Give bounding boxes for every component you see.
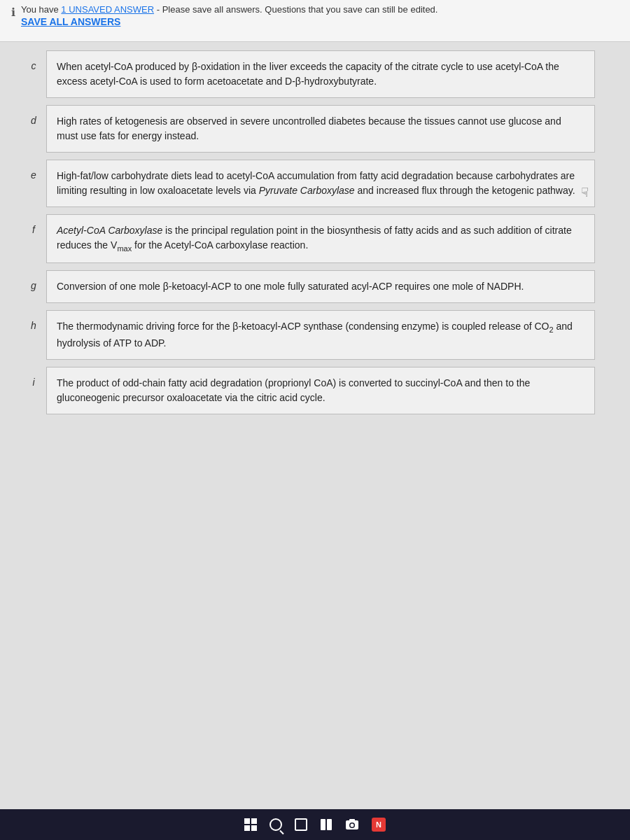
svg-point-5 — [351, 824, 354, 827]
right-spacer-e — [595, 160, 609, 207]
question-label-e: e — [21, 160, 46, 207]
question-row-g: g Conversion of one mole β-ketoacyl-ACP … — [21, 270, 609, 303]
svg-rect-6 — [349, 819, 355, 821]
question-label-i: i — [21, 367, 46, 414]
question-label-d: d — [21, 105, 46, 153]
svg-rect-1 — [321, 819, 326, 830]
italic-acetyl-coa-carboxylase: Acetyl-CoA Carboxylase — [57, 225, 162, 236]
right-spacer-h — [595, 310, 609, 359]
notification-prefix: You have — [21, 4, 61, 15]
unsaved-answer-link[interactable]: 1 UNSAVED ANSWER — [61, 4, 154, 15]
notification-line1: You have 1 UNSAVED ANSWER - Please save … — [21, 4, 438, 15]
right-spacer-d — [595, 105, 609, 153]
question-row-e: e High-fat/low carbohydrate diets lead t… — [21, 160, 609, 207]
n-badge-icon[interactable]: N — [372, 818, 386, 832]
notification-content: You have 1 UNSAVED ANSWER - Please save … — [21, 4, 438, 27]
vmax-sub: max — [117, 244, 132, 253]
main-content: c When acetyl-CoA produced by β-oxidatio… — [0, 42, 630, 809]
question-label-g: g — [21, 270, 46, 303]
question-row-h: h The thermodynamic driving force for th… — [21, 310, 609, 359]
question-text-h: The thermodynamic driving force for the … — [57, 321, 573, 348]
question-text-f: Acetyl-CoA Carboxylase is the principal … — [57, 225, 572, 251]
svg-rect-0 — [295, 819, 307, 830]
question-row-d: d High rates of ketogenesis are observed… — [21, 105, 609, 153]
question-text-g: Conversion of one mole β-ketoacyl-ACP to… — [57, 281, 524, 292]
question-card-c[interactable]: When acetyl-CoA produced by β-oxidation … — [46, 50, 595, 98]
co2-sub: 2 — [549, 326, 553, 334]
question-text-d: High rates of ketogenesis are observed i… — [57, 115, 561, 141]
search-taskbar-icon[interactable] — [270, 818, 282, 831]
desktop-icon[interactable] — [295, 818, 307, 831]
info-icon: ℹ — [11, 6, 15, 19]
question-card-h[interactable]: The thermodynamic driving force for the … — [46, 310, 595, 359]
right-spacer-f — [595, 214, 609, 263]
question-row-f: f Acetyl-CoA Carboxylase is the principa… — [21, 214, 609, 263]
split-view-icon[interactable] — [320, 818, 332, 831]
taskbar: N — [0, 809, 630, 840]
italic-pyruvate: Pyruvate Carboxylase — [259, 185, 355, 196]
question-card-d[interactable]: High rates of ketogenesis are observed i… — [46, 105, 595, 153]
question-card-g[interactable]: Conversion of one mole β-ketoacyl-ACP to… — [46, 270, 595, 303]
question-label-f: f — [21, 214, 46, 263]
cursor-icon-e: ☟ — [581, 183, 589, 202]
right-spacer-g — [595, 270, 609, 303]
svg-rect-2 — [327, 819, 332, 830]
notification-line2-inline: Please save all answers. Questions that … — [162, 4, 438, 15]
windows-start-icon[interactable] — [244, 818, 257, 831]
save-all-answers-link[interactable]: SAVE ALL ANSWERS — [21, 16, 438, 27]
question-card-e[interactable]: High-fat/low carbohydrate diets lead to … — [46, 160, 595, 207]
notification-bar: ℹ You have 1 UNSAVED ANSWER - Please sav… — [0, 0, 630, 42]
question-text-i: The product of odd-chain fatty acid degr… — [57, 377, 530, 403]
question-text-c: When acetyl-CoA produced by β-oxidation … — [57, 61, 559, 87]
notification-suffix: - — [154, 4, 160, 15]
question-label-h: h — [21, 310, 46, 359]
right-spacer-c — [595, 50, 609, 98]
question-label-c: c — [21, 50, 46, 98]
camera-icon[interactable] — [345, 818, 359, 831]
question-card-f[interactable]: Acetyl-CoA Carboxylase is the principal … — [46, 214, 595, 263]
right-spacer-i — [595, 367, 609, 414]
question-text-e: High-fat/low carbohydrate diets lead to … — [57, 170, 575, 196]
question-row-c: c When acetyl-CoA produced by β-oxidatio… — [21, 50, 609, 98]
question-card-i[interactable]: The product of odd-chain fatty acid degr… — [46, 367, 595, 414]
question-row-i: i The product of odd-chain fatty acid de… — [21, 367, 609, 414]
